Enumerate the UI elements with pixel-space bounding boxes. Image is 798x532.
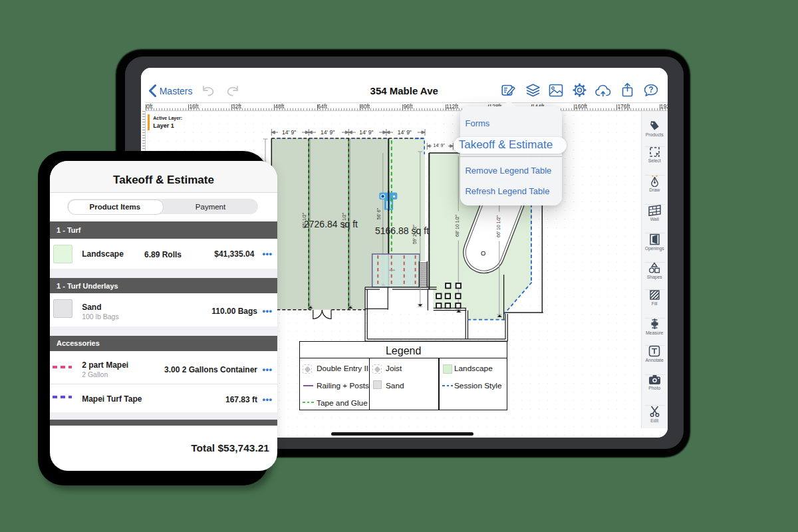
svg-text:?: ? [648,85,653,94]
